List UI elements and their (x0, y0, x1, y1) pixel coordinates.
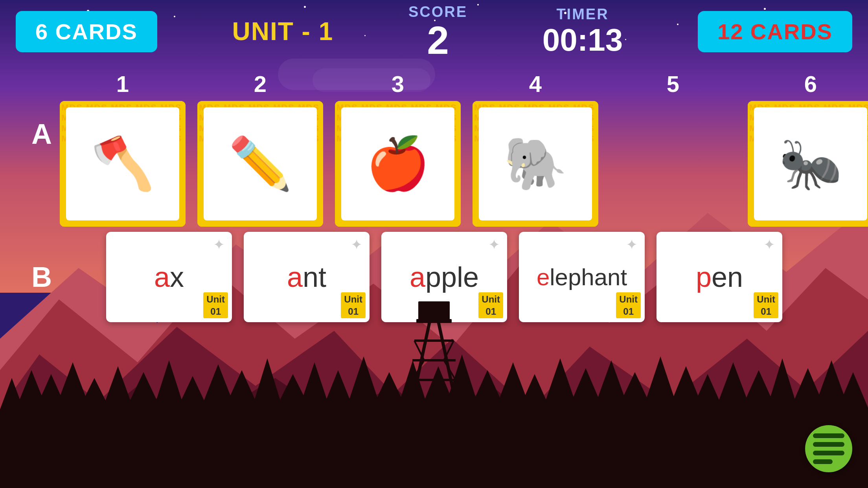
word-card-apple-icon: ✦ (488, 237, 500, 253)
word-ant-prefix: a (287, 261, 303, 293)
word-text-apple: apple (410, 261, 479, 293)
12-cards-button[interactable]: 12 CARDS (698, 11, 852, 52)
unit-label: UNIT - 1 (232, 17, 333, 46)
word-card-ax-icon: ✦ (213, 237, 225, 253)
word-pen-rest: en (712, 261, 743, 293)
card-slot-4: 4 MDS MDS MDS MDS MDS MDS MDS MDS MDS MD… (473, 71, 598, 227)
word-ax-prefix: a (154, 261, 170, 293)
word-ax-badge: Unit01 (203, 292, 228, 318)
card-image-1: 🪓 (66, 107, 179, 220)
card-image-6: 🐜 (754, 107, 867, 220)
word-card-ax[interactable]: ✦ ax Unit01 (106, 232, 232, 322)
card-image-3: 🍎 (341, 107, 454, 220)
card-image-2: ✏️ (204, 107, 317, 220)
slot-number-2: 2 (254, 71, 267, 97)
image-card-4[interactable]: MDS MDS MDS MDS MDS MDS MDS MDS MDS MDS … (473, 101, 598, 227)
game-container: 6 CARDS UNIT - 1 SCORE 2 TIMER 00:13 12 … (0, 0, 868, 488)
word-text-pen: pen (696, 261, 743, 293)
word-ax-rest: x (170, 261, 184, 293)
card-slot-2: 2 MDS MDS MDS MDS MDS MDS MDS MDS MDS MD… (197, 71, 323, 227)
word-apple-rest: pple (425, 261, 479, 293)
row-a: A 1 MDS MDS MDS MDS MDS MDS MDS MDS MDS … (0, 71, 868, 227)
slot-number-3: 3 (392, 71, 404, 97)
menu-button[interactable] (805, 425, 852, 472)
word-text-ax: ax (154, 261, 184, 293)
6-cards-button[interactable]: 6 CARDS (16, 11, 157, 52)
word-card-ant[interactable]: ✦ ant Unit01 (244, 232, 370, 322)
card-slot-6: 6 MDS MDS MDS MDS MDS MDS MDS MDS MDS MD… (748, 71, 868, 227)
cards-area-a: 1 MDS MDS MDS MDS MDS MDS MDS MDS MDS MD… (60, 71, 868, 227)
timer-value: 00:13 (542, 23, 623, 57)
word-pen-prefix: p (696, 261, 712, 293)
card-slot-5: 5 (610, 71, 736, 227)
image-card-3[interactable]: MDS MDS MDS MDS MDS MDS MDS MDS MDS MDS … (335, 101, 461, 227)
word-card-pen-icon: ✦ (763, 237, 775, 253)
menu-lines-icon (808, 429, 849, 469)
word-card-elephant-icon: ✦ (626, 237, 638, 253)
slot-number-5: 5 (667, 71, 679, 97)
word-ant-badge: Unit01 (341, 292, 366, 318)
menu-line-2 (813, 442, 844, 447)
card-slot-3: 3 MDS MDS MDS MDS MDS MDS MDS MDS MDS MD… (335, 71, 461, 227)
word-text-ant: ant (287, 261, 326, 293)
image-card-2[interactable]: MDS MDS MDS MDS MDS MDS MDS MDS MDS MDS … (197, 101, 323, 227)
header: 6 CARDS UNIT - 1 SCORE 2 TIMER 00:13 12 … (0, 0, 868, 63)
word-pen-badge: Unit01 (754, 292, 778, 318)
menu-line-4 (813, 459, 833, 464)
image-card-6[interactable]: MDS MDS MDS MDS MDS MDS MDS MDS MDS MDS … (748, 101, 868, 227)
word-elephant-badge: Unit01 (616, 292, 641, 318)
row-a-label: A (31, 71, 52, 150)
timer-section: TIMER 00:13 (542, 6, 623, 57)
word-card-ant-icon: ✦ (351, 237, 362, 253)
word-card-elephant[interactable]: ✦ elephant Unit01 (519, 232, 645, 322)
svg-rect-53 (416, 319, 452, 323)
word-apple-prefix: a (410, 261, 425, 293)
score-section: SCORE 2 (408, 4, 467, 60)
svg-rect-52 (418, 301, 450, 321)
word-card-pen[interactable]: ✦ pen Unit01 (657, 232, 782, 322)
score-value: 2 (408, 20, 467, 60)
slot-number-6: 6 (804, 71, 817, 97)
image-card-1[interactable]: MDS MDS MDS MDS MDS MDS MDS MDS MDS MDS … (60, 101, 186, 227)
word-apple-badge: Unit01 (478, 292, 503, 318)
timer-title: TIMER (542, 6, 623, 23)
word-elephant-prefix: e (537, 264, 550, 290)
menu-line-1 (813, 433, 844, 438)
menu-line-3 (813, 451, 844, 455)
card-slot-1: 1 MDS MDS MDS MDS MDS MDS MDS MDS MDS MD… (60, 71, 186, 227)
image-card-5-empty (610, 101, 736, 227)
word-ant-rest: nt (303, 261, 326, 293)
slot-number-1: 1 (116, 71, 129, 97)
card-image-4: 🐘 (479, 107, 592, 220)
slot-number-4: 4 (529, 71, 542, 97)
word-text-elephant: elephant (537, 264, 627, 291)
tower-decoration (403, 301, 465, 411)
word-elephant-rest: lephant (550, 264, 627, 290)
row-b-label: B (31, 261, 52, 293)
